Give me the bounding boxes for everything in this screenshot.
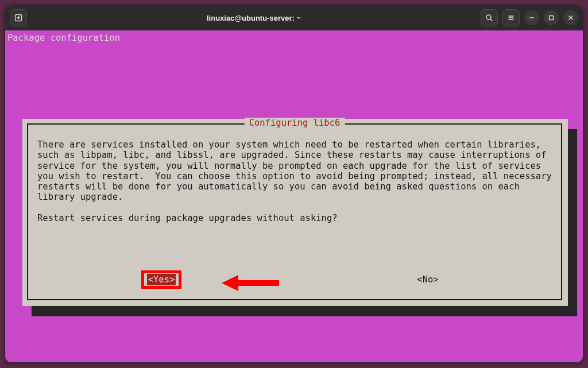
search-button[interactable]	[481, 9, 498, 26]
yes-button[interactable]: <Yes>	[147, 274, 176, 285]
search-icon	[485, 14, 493, 22]
new-tab-button[interactable]	[10, 9, 27, 26]
terminal-window: linuxiac@ubuntu-server: ~	[5, 5, 583, 363]
no-button-label: <No>	[417, 274, 438, 285]
close-button[interactable]	[563, 10, 578, 25]
minimize-button[interactable]	[524, 10, 539, 25]
svg-point-3	[486, 15, 491, 20]
hamburger-icon	[507, 14, 515, 22]
titlebar: linuxiac@ubuntu-server: ~	[5, 5, 583, 30]
maximize-icon	[548, 15, 554, 21]
terminal-body[interactable]: Package configuration Configuring libc6 …	[5, 30, 583, 362]
dialog-button-row: <Yes> <No>	[28, 274, 561, 285]
new-tab-icon	[14, 14, 22, 22]
window-title: linuxiac@ubuntu-server: ~	[32, 14, 476, 22]
yes-button-label: <Yes>	[148, 274, 175, 285]
dialog-border: Configuring libc6 There are services ins…	[27, 123, 562, 300]
menu-button[interactable]	[502, 9, 520, 26]
maximize-button[interactable]	[544, 10, 559, 25]
debconf-dialog: Configuring libc6 There are services ins…	[22, 119, 568, 306]
minimize-icon	[529, 15, 535, 21]
close-icon	[568, 15, 574, 21]
dialog-title: Configuring libc6	[245, 118, 345, 128]
dialog-question: Restart services during package upgrades…	[28, 206, 561, 223]
svg-line-4	[490, 19, 493, 21]
svg-rect-9	[550, 16, 554, 20]
dialog-body-text: There are services installed on your sys…	[28, 125, 561, 206]
no-button[interactable]: <No>	[417, 274, 438, 285]
package-configuration-header: Package configuration	[5, 30, 583, 45]
